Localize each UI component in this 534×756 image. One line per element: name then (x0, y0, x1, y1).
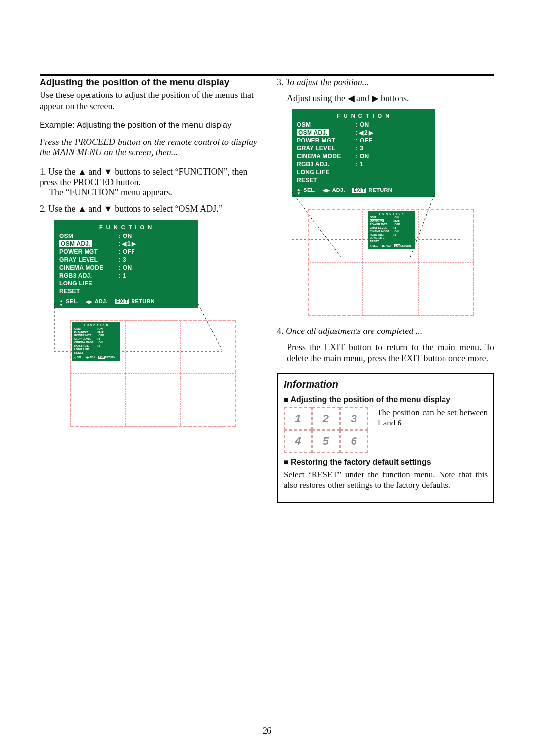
mini-osd-title: F U N C T I O N (370, 212, 413, 216)
t: buttons to select “OSM ADJ.” (113, 204, 222, 214)
t: 2. Use the (40, 204, 78, 214)
info-body-1: The position can be set between 1 and 6. (377, 407, 488, 448)
osd-value: 3 (356, 145, 363, 152)
osd-label: POWER MGT (59, 248, 119, 255)
osd-value: 1 (119, 272, 126, 279)
m: CINEMA MODE (74, 341, 97, 344)
tv-screen-right: F U N C T I O N OSMON OSM ADJ.:◀2▶ POWER… (307, 208, 475, 317)
step-1: 1. Use the ▲ and ▼ buttons to select “FU… (40, 167, 257, 198)
m: ON (97, 341, 103, 344)
m: ON (393, 230, 399, 233)
down-arrow-icon: ▼ (104, 204, 113, 214)
osd-value: ON (356, 153, 369, 160)
hint-sel: SEL. (297, 187, 316, 193)
osd-label: RESET (59, 288, 119, 295)
osd-value: 3 (119, 256, 126, 263)
info-row: 1 2 3 4 5 6 The position can be set betw… (284, 407, 488, 453)
pos-cell: 1 (284, 407, 312, 430)
osd-label: LONG LIFE (59, 280, 119, 287)
function-osd-2: F U N C T I O N OSMON OSM ADJ.:◀2▶ POWER… (292, 109, 435, 197)
function-osd-1: F U N C T I O N OSMON OSM ADJ.:◀1▶ POWER… (54, 220, 198, 308)
page-number: 26 (0, 726, 534, 736)
mini-osd-title: F U N C T I O N (74, 324, 118, 327)
t: SEL. (66, 298, 79, 304)
osd-value: OFF (119, 248, 135, 255)
m: RESET (74, 351, 97, 355)
t: and (355, 94, 372, 103)
osd-label: CINEMA MODE (297, 153, 356, 160)
osd-label: RESET (297, 177, 356, 184)
info-title: Information (284, 379, 488, 390)
m: OFF (393, 223, 400, 226)
two-column-layout: Adjusting the position of the menu displ… (40, 77, 494, 503)
down-arrow-icon: ▼ (104, 167, 113, 177)
left-column: Adjusting the position of the menu displ… (40, 77, 257, 503)
top-rule (40, 74, 494, 76)
osd-selected: OSM ADJ. (297, 129, 329, 136)
v: 2 (364, 129, 369, 136)
osd-value: 1 (356, 161, 363, 168)
step-4-body: Press the EXIT button to return to the m… (277, 342, 494, 364)
osd-label: OSM (297, 121, 356, 128)
osd-label: LONG LIFE (297, 169, 356, 176)
example-line: Example: Adjusting the position of the m… (40, 120, 257, 130)
info-body-2: Select “RESET” under the function menu. … (284, 470, 488, 491)
right-arrow-icon: ▶ (369, 129, 374, 136)
t: SEL. (303, 187, 316, 193)
hint-sel: SEL. (59, 298, 79, 304)
m: LONG LIFE (370, 236, 393, 240)
step-2: 2. Use the ▲ and ▼ buttons to select “OS… (40, 204, 257, 214)
osd-selected: OSM ADJ. (59, 240, 92, 247)
osd-label: CINEMA MODE (59, 264, 119, 271)
intro-text: Use these operations to adjust the posit… (40, 90, 257, 112)
t: buttons. (379, 94, 409, 103)
m: 1 (393, 233, 396, 236)
m: EXIT (394, 244, 400, 247)
osd-wrap-1: F U N C T I O N OSMON OSM ADJ.:◀1▶ POWER… (54, 220, 257, 423)
m: 1 (97, 344, 100, 348)
osd-wrap-2: F U N C T I O N OSMON OSM ADJ.:◀2▶ POWER… (292, 109, 494, 312)
osd-value: OFF (356, 137, 372, 144)
hint-adj: ADJ. (323, 187, 345, 193)
t: ADJ. (95, 298, 108, 304)
osd-label: OSM (59, 233, 119, 239)
m: ADJ. (386, 244, 391, 247)
step-3: 3. To adjust the position... (277, 77, 494, 88)
osd-label: RGB3 ADJ. (297, 161, 356, 168)
m: ▶ (398, 219, 400, 222)
osd-label: RGB3 ADJ. (59, 272, 119, 279)
m: OSM ADJ. (370, 219, 384, 222)
step-title: Once all adjustments are completed ... (286, 326, 422, 336)
t: RETURN (131, 298, 155, 304)
m: OSM (74, 327, 97, 331)
pos-cell: 4 (284, 430, 312, 453)
osd-value: ON (119, 233, 132, 239)
information-box: Information Adjusting the position of th… (277, 373, 494, 504)
proceed-note: Press the PROCEED button on the remote c… (40, 137, 257, 158)
right-arrow-icon: ▶ (132, 240, 137, 247)
mini-osd-left: F U N C T I O N OSMON OSM ADJ.:◀1▶ POWER… (72, 322, 120, 361)
section-heading: Adjusting the position of the menu displ… (40, 77, 257, 88)
m: GRAY LEVEL (74, 337, 97, 341)
right-arrow-icon: ▶ (372, 94, 379, 103)
m: ADJ. (90, 356, 95, 359)
exit-badge: EXIT (115, 299, 129, 304)
pos-cell: 2 (312, 407, 340, 430)
exit-badge: EXIT (352, 188, 366, 193)
left-arrow-icon: ◀ (122, 240, 127, 247)
tv-screen-left: F U N C T I O N OSMON OSM ADJ.:◀1▶ POWER… (69, 319, 237, 428)
m: RGB3 ADJ. (74, 344, 97, 348)
step-3-body: Adjust using the ◀ and ▶ buttons. (277, 93, 494, 104)
osd-value: ON (119, 264, 132, 271)
m: OSM (370, 216, 393, 219)
left-arrow-icon: ◀ (348, 94, 355, 103)
m: POWER MGT (74, 334, 97, 337)
pos-cell: 3 (340, 407, 368, 430)
step-text: 1. Use the ▲ and ▼ buttons to select “FU… (40, 167, 248, 187)
n: 3. (277, 77, 286, 87)
osd-label: GRAY LEVEL (297, 145, 356, 152)
m: ON (393, 216, 399, 219)
m: LONG LIFE (74, 348, 97, 351)
m: RETURN (400, 244, 411, 247)
hint-return: EXITRETURN (352, 187, 392, 193)
